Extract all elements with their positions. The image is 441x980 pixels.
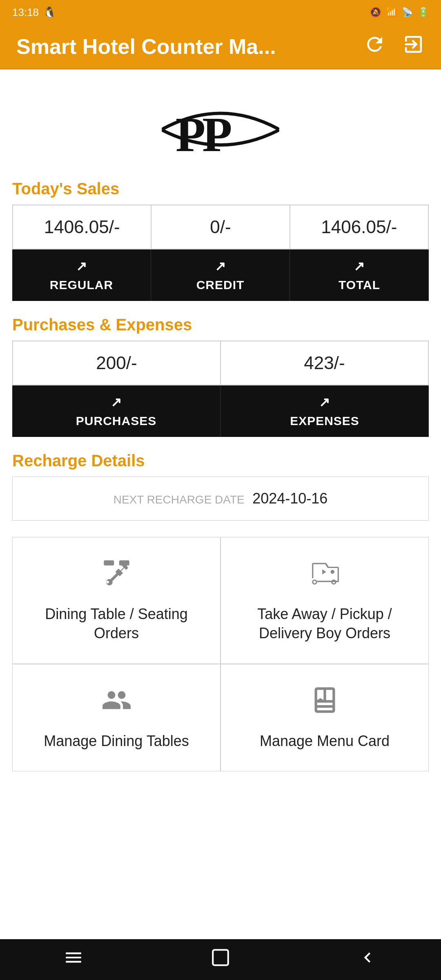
next-recharge-label: NEXT RECHARGE DATE [114,493,245,506]
signal-icon: 📡 [402,7,413,18]
regular-value: 1406.05/- [13,205,151,249]
total-trend-icon: ↗ [354,258,365,274]
purchases-value: 200/- [13,341,220,385]
app-bar: Smart Hotel Counter Ma... [0,24,441,69]
manage-tables-icon [101,685,132,722]
dining-icon [101,558,132,595]
status-bar-right: 🔕 📶 📡 🔋 [370,7,429,18]
manage-tables-label: Manage Dining Tables [44,732,189,751]
purchases-values-grid: 200/- 423/- [12,341,429,385]
pp-logo: PP [151,94,290,163]
next-recharge-date: 2024-10-16 [252,490,327,507]
recharge-box: NEXT RECHARGE DATE 2024-10-16 [12,477,429,521]
credit-trend-icon: ↗ [215,258,226,274]
dining-table-label: Dining Table / Seating Orders [21,605,212,643]
credit-label-cell[interactable]: ↗ CREDIT [151,249,290,301]
total-value: 1406.05/- [290,205,428,249]
purchases-labels-row: ↗ PURCHASES ↗ EXPENSES [12,385,429,437]
purchases-label-cell[interactable]: ↗ PURCHASES [12,385,220,437]
purchases-label: PURCHASES [76,414,156,428]
regular-trend-icon: ↗ [76,258,87,274]
credit-label: CREDIT [196,278,245,292]
silent-icon: 🔕 [370,7,381,18]
svg-rect-1 [104,560,114,566]
expenses-label: EXPENSES [290,414,359,428]
manage-tables-card[interactable]: Manage Dining Tables [12,664,220,772]
bottom-nav [0,939,441,980]
recharge-title: Recharge Details [12,452,429,470]
main-content: PP Today's Sales 1406.05/- 0/- 1406.05/-… [0,69,441,939]
purchases-trend-icon: ↗ [111,394,122,410]
takeaway-card[interactable]: Take Away / Pickup / Delivery Boy Orders [220,537,429,664]
refresh-button[interactable] [363,33,386,60]
menu-grid: Dining Table / Seating Orders Take Away … [12,537,429,771]
svg-text:PP: PP [176,107,231,162]
purchases-expenses-section: Purchases & Expenses 200/- 423/- ↗ PURCH… [12,316,429,437]
purchases-expenses-title: Purchases & Expenses [12,316,429,334]
expenses-trend-icon: ↗ [319,394,330,410]
wifi-icon: 📶 [386,7,397,18]
total-label: TOTAL [339,278,380,292]
today-sales-title: Today's Sales [12,180,429,198]
recharge-section: Recharge Details NEXT RECHARGE DATE 2024… [12,452,429,521]
expenses-label-cell[interactable]: ↗ EXPENSES [220,385,429,437]
takeaway-icon [310,558,340,595]
dining-table-card[interactable]: Dining Table / Seating Orders [12,537,220,664]
status-bar-left: 13:18 🐧 [12,6,56,19]
notification-icon: 🐧 [43,6,56,19]
battery-icon: 🔋 [418,7,429,18]
sales-values-grid: 1406.05/- 0/- 1406.05/- [12,205,429,249]
app-bar-icons [363,33,425,60]
app-title: Smart Hotel Counter Ma... [16,34,276,59]
logout-button[interactable] [402,33,425,60]
today-sales-section: Today's Sales 1406.05/- 0/- 1406.05/- ↗ … [12,180,429,301]
regular-label-cell[interactable]: ↗ REGULAR [12,249,151,301]
manage-menu-icon [310,685,340,722]
bottom-home-button[interactable] [210,947,231,972]
manage-menu-card[interactable]: Manage Menu Card [220,664,429,772]
takeaway-label: Take Away / Pickup / Delivery Boy Orders [229,605,420,643]
svg-rect-4 [213,950,228,965]
svg-point-3 [330,570,334,574]
expenses-value: 423/- [220,341,428,385]
bottom-menu-button[interactable] [63,947,84,972]
logo-container: PP [12,86,429,180]
manage-menu-label: Manage Menu Card [260,732,390,751]
time-display: 13:18 [12,6,39,19]
sales-labels-row: ↗ REGULAR ↗ CREDIT ↗ TOTAL [12,249,429,301]
status-bar: 13:18 🐧 🔕 📶 📡 🔋 [0,0,441,24]
svg-rect-2 [119,560,129,566]
regular-label: REGULAR [50,278,113,292]
total-label-cell[interactable]: ↗ TOTAL [290,249,429,301]
credit-value: 0/- [151,205,290,249]
bottom-back-button[interactable] [357,947,378,972]
